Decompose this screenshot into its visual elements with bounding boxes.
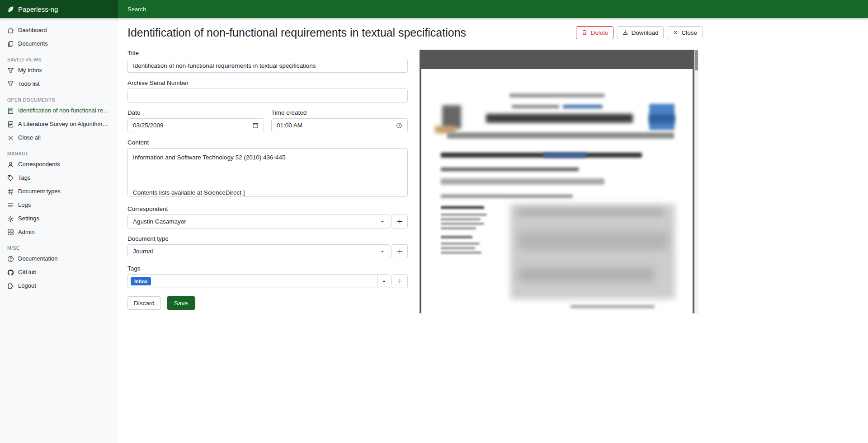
house-icon bbox=[7, 27, 14, 34]
title-input[interactable] bbox=[127, 59, 408, 73]
sidebar-item-label: Settings bbox=[18, 215, 39, 223]
sidebar-item-a-literature-survey-on-algorithms-for-mu[interactable]: A Literature Survey on Algorithms for Mu… bbox=[0, 117, 118, 131]
blurred-text bbox=[441, 178, 604, 185]
sidebar-item-label: Admin bbox=[18, 228, 35, 236]
blurred-text bbox=[441, 252, 481, 254]
gear-icon bbox=[7, 215, 14, 222]
sidebar-item-documentation[interactable]: Documentation bbox=[0, 252, 118, 266]
tags-input[interactable]: Inbox bbox=[127, 274, 378, 288]
sidebar-item-identification-of-non-functional-requirem[interactable]: Identification of non-functional require… bbox=[0, 104, 118, 117]
document-edit-form: Title Archive Serial Number Date 03/25/2… bbox=[127, 50, 408, 313]
app-brand-label: Paperless-ng bbox=[18, 5, 58, 13]
sidebar-item-dashboard[interactable]: Dashboard bbox=[0, 23, 118, 37]
blurred-text bbox=[441, 227, 476, 229]
content-textarea[interactable] bbox=[127, 148, 408, 197]
app-brand[interactable]: Paperless-ng bbox=[0, 0, 118, 18]
tags-field-label: Tags bbox=[127, 265, 408, 272]
sidebar-item-label: Identification of non-functional require… bbox=[18, 107, 111, 115]
funnel-icon bbox=[7, 81, 14, 88]
tag-icon bbox=[7, 175, 14, 182]
sidebar-item-label: Correspondents bbox=[18, 160, 60, 168]
plus-icon bbox=[396, 278, 403, 284]
blurred-journal-cover bbox=[649, 114, 675, 123]
chevron-down-icon bbox=[380, 219, 385, 224]
correspondent-select[interactable]: Agustin Casamayor bbox=[127, 215, 390, 228]
sidebar-item-label: Close all bbox=[18, 134, 41, 142]
correspondent-field-label: Correspondent bbox=[127, 205, 408, 212]
save-button[interactable]: Save bbox=[167, 296, 195, 310]
blurred-text bbox=[563, 105, 603, 108]
add-tag-button[interactable] bbox=[392, 274, 408, 288]
tag-badge-inbox[interactable]: Inbox bbox=[131, 277, 151, 285]
paperless-logo-icon bbox=[7, 5, 14, 13]
add-document-type-button[interactable] bbox=[392, 244, 408, 258]
document-type-select[interactable]: Journal bbox=[127, 244, 390, 258]
sidebar-section-header: MISC bbox=[0, 243, 118, 252]
discard-button[interactable]: Discard bbox=[127, 296, 161, 310]
page-title: Identification of non-functional require… bbox=[127, 24, 466, 41]
files-icon bbox=[7, 41, 14, 47]
preview-scrollbar-thumb[interactable] bbox=[695, 50, 698, 70]
blurred-text bbox=[441, 242, 480, 245]
logout-icon bbox=[7, 283, 14, 289]
blurred-abstract-block bbox=[510, 204, 675, 299]
person-icon bbox=[7, 161, 14, 168]
sidebar-item-admin[interactable]: Admin bbox=[0, 225, 118, 239]
main-content: Identification of non-functional require… bbox=[118, 18, 868, 443]
blurred-publisher-logo bbox=[442, 105, 461, 129]
sidebar-item-tags[interactable]: Tags bbox=[0, 171, 118, 185]
archive-serial-number-input[interactable] bbox=[127, 89, 408, 103]
sidebar-item-label: Logout bbox=[18, 282, 36, 290]
download-button-label: Download bbox=[631, 29, 658, 36]
preview-scrollbar[interactable] bbox=[694, 50, 698, 313]
download-icon bbox=[622, 29, 628, 36]
plus-icon bbox=[396, 218, 403, 225]
pdf-page bbox=[421, 69, 693, 313]
sidebar-item-document-types[interactable]: Document types bbox=[0, 185, 118, 198]
close-button[interactable]: Close bbox=[667, 26, 703, 39]
blurred-journal-title bbox=[486, 114, 633, 123]
date-input[interactable]: 03/25/2009 bbox=[127, 118, 264, 132]
funnel-icon bbox=[7, 67, 14, 74]
sidebar: DashboardDocumentsSAVED VIEWSMy InboxTod… bbox=[0, 18, 118, 443]
sidebar-item-correspondents[interactable]: Correspondents bbox=[0, 158, 118, 171]
sidebar-item-settings[interactable]: Settings bbox=[0, 212, 118, 225]
calendar-icon[interactable] bbox=[252, 122, 259, 129]
time-created-input[interactable]: 01:00 AM bbox=[271, 118, 408, 132]
blurred-abstract-block bbox=[519, 209, 663, 215]
document-type-field-label: Document type bbox=[127, 235, 408, 242]
close-icon bbox=[7, 135, 14, 141]
sidebar-item-logs[interactable]: Logs bbox=[0, 198, 118, 212]
document-preview[interactable] bbox=[420, 50, 698, 313]
global-search-input[interactable] bbox=[127, 6, 444, 13]
delete-button-label: Delete bbox=[590, 29, 608, 36]
list-icon bbox=[7, 202, 14, 209]
date-field-label: Date bbox=[127, 109, 264, 116]
content-field-label: Content bbox=[127, 139, 408, 146]
blurred-text bbox=[441, 206, 484, 209]
title-field-label: Title bbox=[127, 50, 408, 56]
delete-button[interactable]: Delete bbox=[576, 26, 613, 39]
add-correspondent-button[interactable] bbox=[392, 215, 408, 228]
clock-icon[interactable] bbox=[396, 122, 402, 129]
sidebar-item-close-all[interactable]: Close all bbox=[0, 131, 118, 145]
sidebar-section-header: OPEN DOCUMENTS bbox=[0, 95, 118, 104]
blurred-text bbox=[512, 105, 559, 108]
close-button-label: Close bbox=[681, 29, 697, 36]
file-text-icon bbox=[7, 107, 14, 114]
sidebar-item-label: Tags bbox=[18, 174, 30, 182]
chevron-down-icon bbox=[380, 249, 385, 254]
download-button[interactable]: Download bbox=[617, 26, 664, 39]
sidebar-item-my-inbox[interactable]: My Inbox bbox=[0, 64, 118, 77]
sidebar-item-todo-list[interactable]: Todo list bbox=[0, 77, 118, 91]
blurred-abstract-block bbox=[519, 232, 668, 250]
global-search bbox=[118, 0, 868, 18]
correspondent-value: Agustin Casamayor bbox=[133, 218, 186, 225]
sidebar-item-logout[interactable]: Logout bbox=[0, 279, 118, 293]
topbar: Paperless-ng bbox=[0, 0, 868, 18]
sidebar-item-documents[interactable]: Documents bbox=[0, 37, 118, 51]
sidebar-item-github[interactable]: GitHub bbox=[0, 266, 118, 279]
tags-dropdown-toggle[interactable] bbox=[377, 274, 390, 288]
blurred-article-title bbox=[441, 153, 642, 158]
blurred-text bbox=[509, 93, 604, 98]
